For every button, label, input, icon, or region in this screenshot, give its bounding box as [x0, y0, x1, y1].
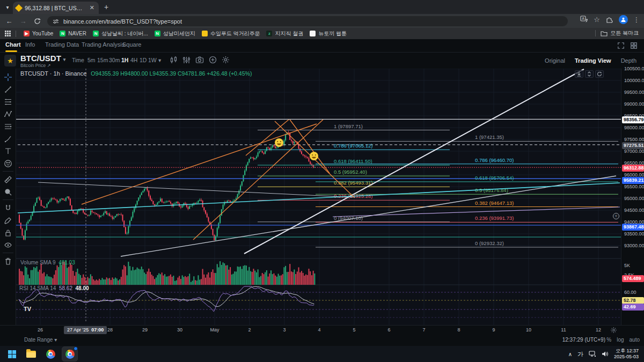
extensions-icon[interactable]: [605, 16, 613, 24]
ruler-tool-icon[interactable]: [4, 175, 13, 184]
rsi-legend[interactable]: RSI 14 SMA 14 58.62 48.00: [19, 285, 89, 291]
emoji-tool-icon[interactable]: [4, 159, 13, 168]
expand-layout-icon[interactable]: [617, 42, 625, 49]
profile-avatar[interactable]: [619, 15, 628, 24]
bookmark-favicon: [310, 31, 316, 36]
nav-tab-trading-analysis[interactable]: Trading Analysis: [82, 41, 125, 48]
view-trading-view[interactable]: Trading View: [575, 57, 611, 64]
forward-button[interactable]: →: [16, 17, 30, 25]
smiley-emoji-sticker[interactable]: [275, 138, 283, 147]
smiley-emoji-sticker[interactable]: [310, 152, 318, 160]
candlestick-chart[interactable]: 1 (97897.71)0.786 (97065.12)0.618 (96411…: [16, 69, 621, 325]
trash-tool-icon[interactable]: [4, 257, 13, 266]
nav-tab-trading-data[interactable]: Trading Data: [45, 41, 79, 48]
volume-legend[interactable]: Volume SMA 9 481.03: [20, 260, 75, 265]
timeframe-5m[interactable]: 5m: [87, 57, 96, 63]
start-button[interactable]: [4, 347, 19, 361]
crosshair-tool-icon[interactable]: [4, 73, 13, 82]
browser-tab[interactable]: 96,312.88 | BTC_USDT | Bitcoin ✕: [13, 2, 99, 14]
download-chart-button[interactable]: [575, 70, 583, 78]
chrome-active-icon[interactable]: [62, 347, 77, 361]
browser-tab-strip: ▾ 96,312.88 | BTC_USDT | Bitcoin ✕ +: [0, 0, 644, 14]
tab-search-icon[interactable]: ▾: [3, 3, 12, 11]
favorite-star-icon[interactable]: ★: [4, 55, 16, 67]
timeframe-1h[interactable]: 1H: [121, 57, 128, 63]
timeframe-1d[interactable]: 1D: [140, 57, 147, 63]
bookmark-item[interactable]: N성남날씨 : 네이버...: [90, 29, 151, 38]
ime-indicator[interactable]: 가: [577, 350, 583, 358]
nav-tab-square[interactable]: Square: [122, 41, 141, 48]
nav-tab-info[interactable]: Info: [25, 41, 35, 48]
timeframe-4h[interactable]: 4H: [130, 57, 137, 63]
position-tool-icon[interactable]: [4, 122, 13, 131]
draw-lock-tool-icon[interactable]: [4, 216, 13, 225]
pair-subtitle[interactable]: Bitcoin Price ↗: [20, 63, 51, 68]
file-explorer-icon[interactable]: [24, 347, 39, 361]
magnet-tool-icon[interactable]: [4, 204, 13, 213]
expand-pane-button[interactable]: [585, 70, 594, 78]
all-bookmarks[interactable]: 모든 북마크: [593, 29, 639, 37]
view-original[interactable]: Original: [545, 57, 565, 64]
lock-tool-icon[interactable]: [4, 228, 13, 238]
pattern-tool-icon[interactable]: [4, 110, 13, 119]
bookmark-item[interactable]: 수일푸드 먹거리주문: [199, 29, 264, 38]
apps-grid-icon[interactable]: [4, 30, 11, 37]
date-range-button[interactable]: Date Range ▾: [24, 337, 57, 343]
legend-title[interactable]: BTCUSDT · 1h · Binance: [20, 70, 86, 77]
new-tab-button[interactable]: +: [104, 3, 108, 11]
trendline-tool-icon[interactable]: [4, 85, 13, 94]
bookmarks-bar: ▶YouTubeNNAVERN성남날씨 : 네이버...N성남미세먼지수일푸드 …: [0, 28, 644, 39]
browser-menu-icon[interactable]: ⋮: [633, 16, 640, 24]
timeframe-▾[interactable]: ▾: [158, 57, 161, 63]
add-circle-icon[interactable]: [209, 56, 217, 64]
translate-icon[interactable]: A: [580, 16, 588, 24]
indicators-icon[interactable]: [182, 56, 191, 64]
reload-button[interactable]: [30, 18, 44, 25]
timeframe-time[interactable]: Time: [72, 57, 84, 63]
price-axis[interactable]: 100500.00100000.0099500.0099000.0098500.…: [621, 69, 644, 325]
scale-option-auto[interactable]: auto: [630, 337, 640, 343]
screenshot-camera-icon[interactable]: [195, 56, 204, 64]
text-tool-icon[interactable]: [4, 147, 13, 156]
site-settings-icon[interactable]: [53, 18, 59, 25]
chrome-icon[interactable]: [43, 347, 58, 361]
timeframe-30m[interactable]: 30m: [109, 57, 120, 63]
bookmark-item[interactable]: NNAVER: [56, 29, 90, 38]
network-icon[interactable]: [589, 351, 596, 357]
scale-option-pct[interactable]: %: [606, 337, 611, 343]
bookmark-item[interactable]: ▶YouTube: [20, 29, 56, 38]
timeframe-15m[interactable]: 15m: [97, 57, 108, 63]
chart-settings-gear-icon[interactable]: [222, 56, 230, 64]
fib-tool-icon[interactable]: [4, 98, 13, 107]
time-axis[interactable]: 27 Apr '2507:00 26282930May2345678910111…: [0, 325, 644, 334]
taskbar-clock[interactable]: 오후 12:37 2025-05-03: [614, 348, 639, 360]
zoom-in-tool-icon[interactable]: [4, 188, 13, 197]
add-alert-plus-icon[interactable]: +: [613, 213, 619, 219]
chart-style-icon[interactable]: [170, 56, 178, 64]
hide-tool-icon[interactable]: [4, 241, 13, 250]
speaker-icon[interactable]: [602, 351, 609, 357]
bookmark-item[interactable]: 뉴토끼 웹툰: [306, 29, 350, 38]
chrome-badge: [74, 346, 78, 351]
bookmark-star-icon[interactable]: ☆: [594, 16, 600, 24]
axis-settings-gear-icon[interactable]: [610, 327, 617, 334]
time-tick: 12: [589, 327, 608, 333]
bookmark-item[interactable]: N성남미세먼지: [151, 29, 199, 38]
timeframe-1w[interactable]: 1W: [148, 57, 157, 63]
bookmark-item[interactable]: z지지직 철권: [263, 29, 306, 38]
brush-tool-icon[interactable]: [4, 135, 13, 144]
back-button[interactable]: ←: [2, 17, 16, 25]
nav-tab-chart[interactable]: Chart: [5, 41, 21, 48]
reset-chart-button[interactable]: [595, 70, 604, 78]
tab-close-icon[interactable]: ✕: [89, 4, 96, 11]
hidden-icons-chevron[interactable]: ∧: [568, 351, 572, 357]
time-tick: 2: [240, 327, 259, 333]
pair-title[interactable]: BTC/USDT▾: [20, 54, 65, 63]
all-bookmarks-label[interactable]: 모든 북마크: [610, 29, 639, 37]
bookmark-label: 지지직 철권: [275, 30, 303, 38]
view-depth[interactable]: Depth: [621, 57, 636, 64]
grid-layout-icon[interactable]: [630, 42, 638, 49]
scale-option-log[interactable]: log: [617, 337, 624, 343]
url-text[interactable]: binance.com/en/trade/BTC_USDT?type=spot: [63, 18, 182, 25]
address-bar[interactable]: binance.com/en/trade/BTC_USDT?type=spot: [47, 16, 568, 26]
